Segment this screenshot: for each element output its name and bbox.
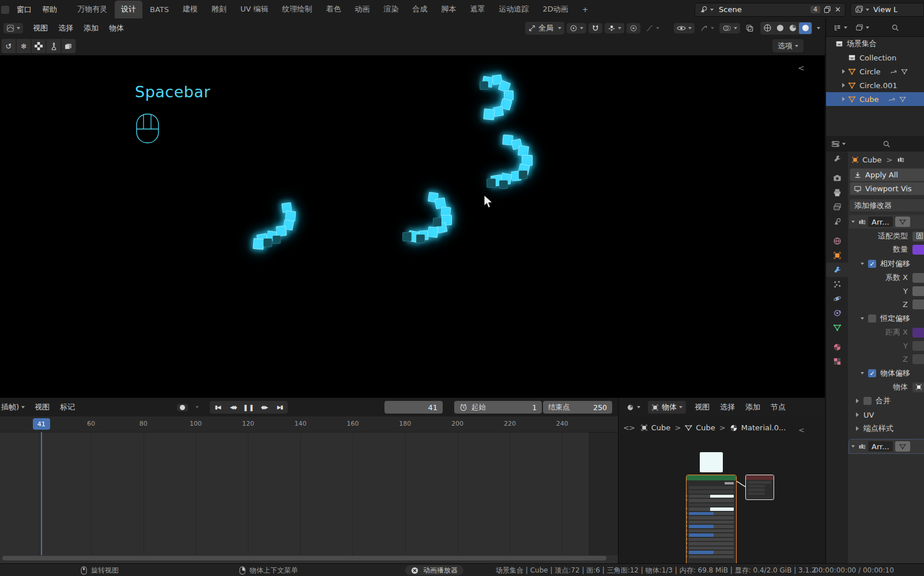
workspace-tab[interactable]: 纹理绘制 <box>276 1 319 18</box>
bsdf-row-num[interactable] <box>689 516 734 520</box>
crumb-object-name[interactable]: Cube <box>862 156 882 164</box>
outliner-display-dropdown[interactable] <box>853 22 872 33</box>
shading-wireframe-button[interactable] <box>761 22 774 34</box>
shading-material-button[interactable] <box>786 22 799 34</box>
viewport-menu-物体[interactable]: 物体 <box>104 23 129 33</box>
outliner-row[interactable]: Circle.001 <box>826 78 924 92</box>
outliner-row[interactable]: Circle <box>826 65 924 78</box>
bsdf-row-num[interactable] <box>689 542 734 545</box>
view-layer-selector[interactable]: View L <box>850 3 924 17</box>
timeline-menu-视图[interactable]: 视图 <box>29 402 55 412</box>
nav-arrows-icon[interactable]: <> <box>623 423 635 432</box>
modifier2-name-field[interactable]: Arr... <box>868 441 893 452</box>
auto-key-button[interactable] <box>177 404 188 411</box>
scene-delete-icon[interactable]: ✕ <box>833 3 843 16</box>
properties-tab-world[interactable] <box>826 234 848 248</box>
bsdf-row-color[interactable] <box>689 495 734 498</box>
options-dropdown[interactable]: 选项 <box>772 39 804 52</box>
topbar-menu-帮助[interactable]: 帮助 <box>37 5 62 15</box>
shading-rendered-button[interactable] <box>799 22 812 34</box>
properties-tab-material[interactable] <box>826 340 848 354</box>
shader-mode-dropdown[interactable]: 物体 <box>648 401 686 414</box>
prev-keyframe-button[interactable]: ◀◆ <box>225 401 241 414</box>
timeline-ruler[interactable]: 41 6080100120140160180200220240 <box>0 416 618 433</box>
fit-type-dropdown[interactable]: 固 <box>912 232 924 241</box>
modifier2-panel-header[interactable]: Arr... <box>849 439 924 453</box>
constant-offset-checkbox[interactable] <box>868 314 876 323</box>
factor-y-field[interactable] <box>912 286 924 296</box>
workspace-tab[interactable]: UV 编辑 <box>234 1 275 18</box>
scene-selector[interactable]: Scene 4 ✕ <box>695 3 846 17</box>
shader-menu-视图[interactable]: 视图 <box>689 402 715 412</box>
properties-tab-scene[interactable] <box>826 214 848 229</box>
outliner-item-label[interactable]: 场景集合 <box>847 39 877 49</box>
apply-all-button[interactable]: Apply All <box>850 168 924 181</box>
bsdf-node-header[interactable] <box>687 475 736 480</box>
merge-section[interactable]: 合并 <box>848 395 924 407</box>
modifier-panel-header[interactable]: Arr... <box>849 215 924 229</box>
shading-dropdown-icon[interactable] <box>817 27 820 29</box>
relative-offset-header[interactable]: ✓ 相对偏移 <box>848 257 924 270</box>
workspace-tab[interactable]: 合成 <box>406 1 434 18</box>
modifier-display-toggle[interactable] <box>895 217 910 227</box>
animation-player-status[interactable]: 动画播放器 <box>405 565 463 575</box>
workspace-tab[interactable]: 运动追踪 <box>493 1 535 18</box>
playhead[interactable] <box>41 432 42 555</box>
expand-icon[interactable] <box>842 97 845 101</box>
next-keyframe-button[interactable]: ◆▶ <box>257 401 272 414</box>
outliner-item-label[interactable]: Cube <box>859 95 879 104</box>
count-field[interactable] <box>912 245 924 255</box>
bsdf-row-dd[interactable] <box>689 503 734 507</box>
pause-button[interactable]: ❚❚ <box>241 401 257 414</box>
tool-snowflake-icon[interactable]: ❄ <box>16 39 31 54</box>
timeline-clipped-dropdown[interactable]: 插帧) <box>0 402 25 412</box>
crumb-mesh[interactable]: Cube <box>696 423 715 432</box>
tool-flask-icon[interactable] <box>46 39 61 54</box>
outliner-item-label[interactable]: Circle.001 <box>859 81 897 90</box>
current-frame-badge[interactable]: 41 <box>33 418 50 430</box>
outliner-item-label[interactable]: Circle <box>859 67 881 76</box>
tool-rotate-icon[interactable]: ↺ <box>1 39 16 54</box>
topbar-menu-窗口[interactable]: 窗口 <box>12 5 37 15</box>
bsdf-row-num[interactable] <box>689 521 734 524</box>
workspace-tab[interactable]: 渲染 <box>378 1 405 18</box>
bsdf-row-blue[interactable] <box>689 551 734 554</box>
jump-to-end-button[interactable]: ▶▮ <box>272 401 288 414</box>
bsdf-row-num[interactable] <box>689 555 734 559</box>
object-offset-checkbox[interactable]: ✓ <box>868 369 876 377</box>
properties-tab-data[interactable] <box>826 320 848 335</box>
tool-checker-icon[interactable] <box>31 39 46 54</box>
shader-sidebar-toggle[interactable]: < <box>798 426 805 434</box>
proportional-editing-toggle[interactable] <box>627 23 640 33</box>
shader-type-dropdown[interactable] <box>623 402 643 413</box>
snap-with-dropdown[interactable] <box>605 23 624 33</box>
expand-icon[interactable] <box>842 69 845 74</box>
bsdf-row-num[interactable] <box>689 538 734 541</box>
shader-menu-选择[interactable]: 选择 <box>715 402 740 412</box>
caps-section[interactable]: 端点样式 <box>848 422 924 435</box>
output-row-socket[interactable] <box>748 492 765 495</box>
timeline-tracks[interactable] <box>0 432 618 555</box>
bsdf-row-blue[interactable] <box>689 512 734 516</box>
outliner-row[interactable]: Collection <box>826 51 924 65</box>
distance-x-field[interactable] <box>912 328 924 338</box>
properties-tab-object[interactable] <box>826 248 848 263</box>
modifier-name-field[interactable]: Arr... <box>868 217 893 227</box>
scene-copy-icon[interactable] <box>822 3 833 16</box>
workspace-tab[interactable]: 万物有灵 <box>71 1 114 18</box>
properties-search-icon[interactable] <box>880 139 893 149</box>
output-row-socket[interactable] <box>748 488 765 491</box>
modifier2-display-toggle[interactable] <box>895 441 910 452</box>
app-menu-icon[interactable] <box>1 6 9 14</box>
bsdf-row-num[interactable] <box>689 529 734 533</box>
bsdf-row-color[interactable] <box>689 507 734 511</box>
distance-y-field[interactable] <box>912 341 924 351</box>
crumb-object[interactable]: Cube <box>651 423 671 432</box>
orientation-label[interactable]: 全局 <box>538 23 553 33</box>
uv-section[interactable]: UV <box>848 408 924 421</box>
viewport-vis-button[interactable]: Viewport Vis <box>850 182 924 195</box>
bsdf-row-blue[interactable] <box>689 525 734 528</box>
bsdf-row-num[interactable] <box>689 499 734 502</box>
properties-tab-output[interactable] <box>826 185 848 200</box>
properties-tab-physics[interactable] <box>826 291 848 306</box>
